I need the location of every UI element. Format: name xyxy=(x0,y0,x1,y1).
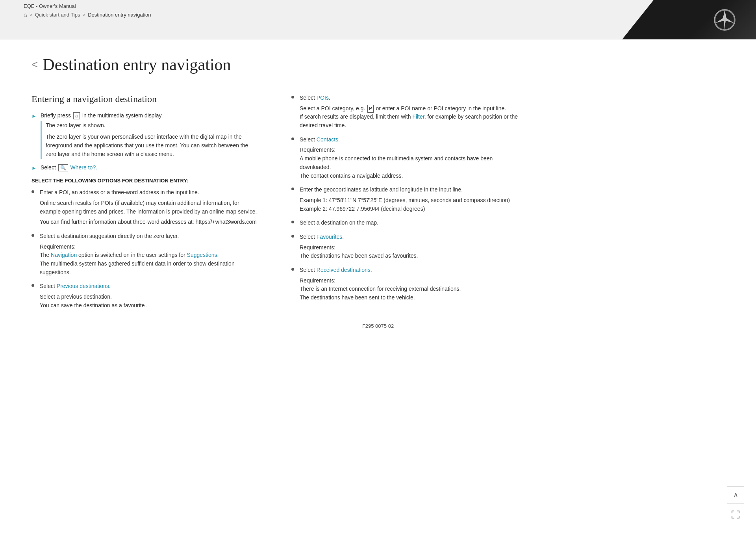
right-contacts-sub: Requirements: A mobile phone is connecte… xyxy=(300,146,520,180)
right-bullet-dot2 xyxy=(291,137,294,140)
right-bullet-favourites: Select Favourites. Requirements: The des… xyxy=(291,233,520,260)
bullet-destination-suggestion: Select a destination suggestion directly… xyxy=(32,232,260,277)
svg-marker-2 xyxy=(716,11,733,29)
received-destinations-link[interactable]: Received destinations xyxy=(317,267,371,273)
right-bullet-dot3 xyxy=(291,188,294,190)
right-bullet-dot1 xyxy=(291,96,294,98)
breadcrumb-current: Destination entry navigation xyxy=(88,12,151,18)
right-column: Select POIs. Select a POI category, e.g.… xyxy=(291,94,520,315)
section-heading-left: Entering a navigation destination xyxy=(32,94,260,104)
right-bullet-dot5 xyxy=(291,235,294,238)
previous-destinations-link[interactable]: Previous destinations xyxy=(57,283,109,289)
right-pois-sub: Select a POI category, e.g. P or enter a… xyxy=(300,104,520,130)
step1-arrow-icon: ► xyxy=(32,113,37,162)
right-bullet-dot6 xyxy=(291,268,294,271)
pois-link[interactable]: POIs xyxy=(317,95,329,101)
poi-box-icon: P xyxy=(367,105,373,112)
footer-code: F295 0075 02 xyxy=(362,323,394,329)
expand-icon xyxy=(732,511,739,518)
right-favourites-sub: Requirements: The destinations have been… xyxy=(300,243,520,260)
step2-text: Select 🔍 Where to?. xyxy=(41,164,97,171)
bullet-poi-sub2: You can find further information about t… xyxy=(40,218,260,227)
right-received-content: Select Received destinations. Requiremen… xyxy=(300,266,520,302)
scroll-up-button[interactable]: ∧ xyxy=(727,486,744,503)
options-bullet-list: Enter a POI, an address or a three-word … xyxy=(32,188,260,310)
right-map-content: Select a destination on the map. xyxy=(300,219,520,227)
breadcrumb-sep2: > xyxy=(83,12,86,18)
left-column: Entering a navigation destination ► Brie… xyxy=(32,94,260,315)
main-content: < Destination entry navigation Entering … xyxy=(0,39,756,535)
navigation-link[interactable]: Navigation xyxy=(51,252,77,258)
step1-sub: The zero layer is shown. The zero layer … xyxy=(41,121,260,159)
manual-title: EQE - Owner's Manual xyxy=(24,3,732,9)
bullet-previous-sub: Select a previous destination. You can s… xyxy=(40,293,260,310)
two-col-layout: Entering a navigation destination ► Brie… xyxy=(32,94,724,315)
right-geocoords-content: Enter the geocoordinates as latitude and… xyxy=(300,186,520,213)
header: EQE - Owner's Manual ⌂ > Quick start and… xyxy=(0,0,756,39)
step1-sub1: The zero layer is shown. xyxy=(46,121,260,130)
step1-text: Briefly press ⌂ in the multimedia system… xyxy=(41,112,163,119)
right-received-sub: Requirements: There is an Internet conne… xyxy=(300,277,520,302)
right-geocoords-sub: Example 1: 47°58'11"N 7°57'25"E (degrees… xyxy=(300,196,520,213)
right-bullet-map: Select a destination on the map. xyxy=(291,219,520,227)
search-button-icon: 🔍 xyxy=(58,164,68,171)
step1-sub2: The zero layer is your own personalised … xyxy=(46,132,260,159)
filter-link[interactable]: Filter xyxy=(412,113,424,120)
step2-block: ► Select 🔍 Where to?. xyxy=(32,164,260,171)
right-contacts-content: Select Contacts. Requirements: A mobile … xyxy=(300,136,520,180)
contacts-link[interactable]: Contacts xyxy=(317,136,338,143)
right-bullet-contacts: Select Contacts. Requirements: A mobile … xyxy=(291,136,520,180)
bullet-poi-content: Enter a POI, an address or a three-word … xyxy=(40,188,260,227)
right-bullet-dot4 xyxy=(291,221,294,223)
home-button-icon: ⌂ xyxy=(73,112,80,119)
back-button[interactable]: < xyxy=(32,59,38,70)
right-bullet-geocoords: Enter the geocoordinates as latitude and… xyxy=(291,186,520,213)
options-header: SELECT THE FOLLOWING OPTIONS FOR DESTINA… xyxy=(32,178,260,184)
bullet-dot3 xyxy=(32,284,34,287)
mercedes-star-icon xyxy=(713,8,736,32)
where-to-link[interactable]: Where to?. xyxy=(70,164,97,171)
bullet-dot xyxy=(32,190,34,193)
bullet-dot2 xyxy=(32,234,34,237)
bullet-previous-content: Select Previous destinations. Select a p… xyxy=(40,282,260,310)
page-title: Destination entry navigation xyxy=(43,55,231,74)
breadcrumb-link-quickstart[interactable]: Quick start and Tips xyxy=(35,12,80,18)
expand-button[interactable] xyxy=(727,506,744,523)
bullet-suggestion-sub: Requirements: The Navigation option is s… xyxy=(40,243,260,277)
right-pois-content: Select POIs. Select a POI category, e.g.… xyxy=(300,94,520,130)
right-bullet-pois: Select POIs. Select a POI category, e.g.… xyxy=(291,94,520,130)
favourites-link[interactable]: Favourites xyxy=(317,234,342,240)
step2-arrow-icon: ► xyxy=(32,165,37,171)
bullet-poi-address: Enter a POI, an address or a three-word … xyxy=(32,188,260,227)
footer: F295 0075 02 xyxy=(32,315,724,337)
breadcrumb: ⌂ > Quick start and Tips > Destination e… xyxy=(24,11,732,18)
step1-block: ► Briefly press ⌂ in the multimedia syst… xyxy=(32,112,260,162)
bullet-previous-destinations: Select Previous destinations. Select a p… xyxy=(32,282,260,310)
home-icon[interactable]: ⌂ xyxy=(24,11,27,18)
step2-content: Select 🔍 Where to?. xyxy=(41,164,260,171)
page-title-area: < Destination entry navigation xyxy=(32,55,724,78)
step1-content: Briefly press ⌂ in the multimedia system… xyxy=(41,112,260,162)
right-bullet-list: Select POIs. Select a POI category, e.g.… xyxy=(291,94,520,302)
right-bullet-received: Select Received destinations. Requiremen… xyxy=(291,266,520,302)
breadcrumb-sep1: > xyxy=(30,12,33,18)
right-favourites-content: Select Favourites. Requirements: The des… xyxy=(300,233,520,260)
bullet-suggestion-content: Select a destination suggestion directly… xyxy=(40,232,260,277)
suggestions-link[interactable]: Suggestions xyxy=(187,252,217,258)
bullet-poi-sub: Online search results for POIs (if avail… xyxy=(40,199,260,216)
